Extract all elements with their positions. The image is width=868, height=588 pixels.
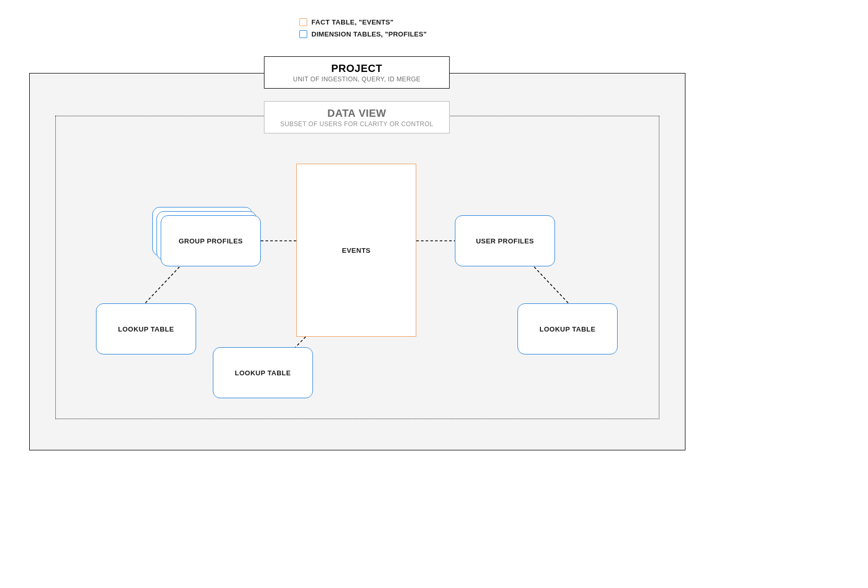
swatch-dimension-icon xyxy=(299,30,307,38)
dataview-subtitle: SUBSET OF USERS FOR CLARITY OR CONTROL xyxy=(280,120,433,128)
group-profiles-node: GROUP PROFILES xyxy=(161,215,261,266)
user-profiles-node: USER PROFILES xyxy=(455,215,555,266)
legend-dimension-label: DIMENSION TABLES, "PROFILES" xyxy=(311,30,427,38)
dataview-header-box: DATA VIEW SUBSET OF USERS FOR CLARITY OR… xyxy=(264,101,450,133)
project-title: PROJECT xyxy=(331,63,382,75)
swatch-fact-icon xyxy=(299,18,307,26)
lookup-center-label: LOOKUP TABLE xyxy=(235,369,291,377)
lookup-left-node: LOOKUP TABLE xyxy=(96,303,196,354)
lookup-left-label: LOOKUP TABLE xyxy=(118,325,174,333)
diagram-canvas: FACT TABLE, "EVENTS" DIMENSION TABLES, "… xyxy=(14,0,700,469)
legend-row-fact: FACT TABLE, "EVENTS" xyxy=(299,18,427,26)
lookup-right-label: LOOKUP TABLE xyxy=(539,325,595,333)
events-node: EVENTS xyxy=(296,164,416,337)
project-header-box: PROJECT UNIT OF INGESTION, QUERY, ID MER… xyxy=(264,56,450,89)
dataview-title: DATA VIEW xyxy=(327,107,386,119)
legend-row-dimension: DIMENSION TABLES, "PROFILES" xyxy=(299,30,427,38)
group-profiles-label: GROUP PROFILES xyxy=(178,237,243,245)
lookup-right-node: LOOKUP TABLE xyxy=(517,303,618,354)
legend-fact-label: FACT TABLE, "EVENTS" xyxy=(311,18,393,26)
lookup-center-node: LOOKUP TABLE xyxy=(213,347,313,398)
project-subtitle: UNIT OF INGESTION, QUERY, ID MERGE xyxy=(293,76,420,83)
user-profiles-label: USER PROFILES xyxy=(476,237,534,245)
events-label: EVENTS xyxy=(342,247,370,254)
legend: FACT TABLE, "EVENTS" DIMENSION TABLES, "… xyxy=(299,18,427,38)
